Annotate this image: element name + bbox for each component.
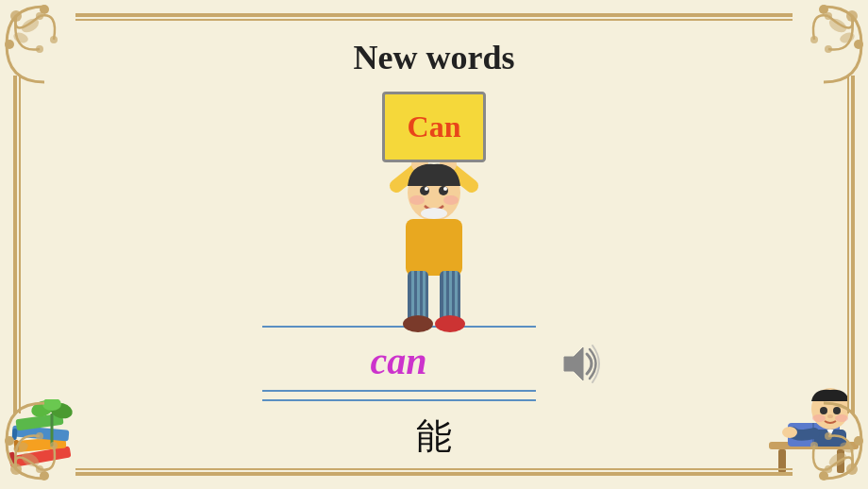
corner-decoration-bl: [2, 398, 87, 487]
svg-point-27: [825, 465, 832, 473]
border-top-inner: [75, 19, 793, 21]
svg-rect-52: [455, 271, 458, 323]
svg-point-40: [443, 187, 447, 191]
main-content: New words Can: [28, 28, 840, 461]
svg-point-26: [846, 464, 858, 475]
word-line-bottom: [262, 399, 536, 401]
svg-point-24: [854, 436, 863, 446]
svg-marker-55: [564, 347, 583, 380]
corner-decoration-br: [781, 398, 866, 487]
sign-word-text: Can: [408, 110, 461, 144]
svg-rect-47: [417, 271, 420, 323]
svg-point-37: [420, 186, 429, 195]
character-illustration: Can: [359, 92, 509, 312]
svg-rect-44: [406, 219, 462, 276]
svg-point-53: [403, 315, 433, 332]
border-bottom: [75, 472, 793, 476]
border-top: [75, 13, 793, 17]
svg-point-10: [846, 10, 858, 22]
svg-point-20: [50, 442, 58, 449]
svg-point-8: [854, 40, 863, 49]
border-bottom-inner: [75, 468, 793, 470]
svg-point-39: [425, 187, 428, 191]
svg-point-19: [36, 465, 43, 473]
border-right: [851, 76, 855, 413]
svg-point-41: [409, 195, 425, 205]
speaker-button[interactable]: [555, 338, 607, 390]
svg-point-18: [10, 464, 22, 475]
character-body: [368, 143, 500, 332]
svg-rect-48: [423, 271, 426, 323]
border-right-inner: [847, 76, 849, 413]
svg-point-16: [5, 436, 14, 446]
svg-point-11: [825, 12, 832, 20]
svg-point-38: [439, 186, 448, 195]
word-line-middle: [262, 390, 536, 392]
svg-point-2: [10, 10, 22, 22]
word-sign: Can: [382, 92, 486, 162]
word-display: can: [371, 335, 427, 388]
svg-point-13: [825, 45, 832, 53]
svg-point-5: [36, 45, 43, 53]
svg-point-12: [810, 36, 818, 43]
svg-point-0: [5, 40, 14, 49]
svg-rect-46: [411, 271, 414, 323]
word-area: can: [262, 326, 607, 401]
svg-rect-50: [443, 271, 446, 323]
corner-decoration-tl: [2, 2, 87, 91]
page-title: New words: [354, 38, 515, 77]
translation-text: 能: [416, 413, 452, 461]
svg-point-4: [50, 36, 58, 43]
word-lines-container: can: [262, 326, 536, 401]
svg-point-28: [810, 442, 818, 449]
svg-rect-51: [449, 271, 452, 323]
svg-point-42: [443, 195, 459, 205]
border-left-inner: [19, 76, 21, 413]
svg-point-21: [36, 432, 43, 440]
border-left: [13, 76, 17, 413]
svg-point-3: [36, 12, 43, 20]
svg-point-54: [435, 315, 465, 332]
svg-point-43: [421, 208, 447, 219]
speaker-icon: [557, 343, 604, 385]
svg-point-29: [825, 432, 832, 440]
corner-decoration-tr: [781, 2, 866, 91]
